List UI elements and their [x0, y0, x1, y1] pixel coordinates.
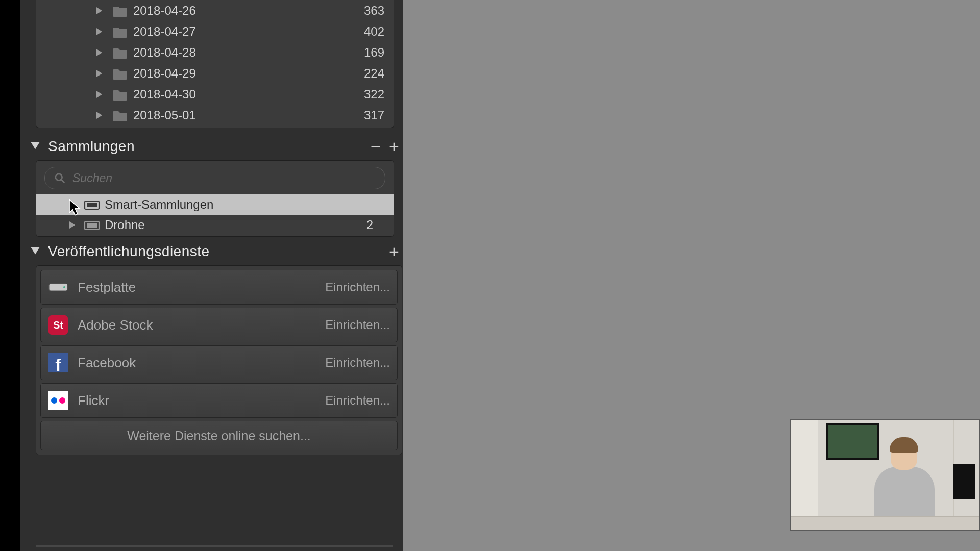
publish-service-row[interactable]: FlickrEinrichten... — [40, 383, 398, 418]
folder-count-label: 224 — [364, 66, 384, 81]
disclosure-triangle-icon[interactable] — [92, 91, 108, 98]
library-left-panel: 2018-04-263632018-04-274022018-04-281692… — [20, 0, 403, 551]
collection-name-label: Drohne — [105, 218, 366, 232]
svg-rect-14 — [87, 223, 97, 228]
disclosure-triangle-icon[interactable] — [67, 221, 79, 229]
panel-bottom-separator — [36, 545, 393, 547]
folder-count-label: 322 — [364, 87, 384, 102]
service-name-label: Facebook — [78, 355, 325, 371]
publish-service-row[interactable]: fFacebookEinrichten... — [40, 345, 398, 380]
folder-row[interactable]: 2018-04-29224 — [36, 63, 394, 84]
folder-row[interactable]: 2018-04-28169 — [36, 42, 394, 63]
svg-marker-2 — [96, 49, 102, 56]
hdd-icon — [48, 277, 68, 297]
svg-marker-15 — [31, 247, 40, 254]
disclosure-triangle-icon[interactable] — [92, 28, 108, 35]
publish-services-plus-button[interactable]: + — [385, 241, 403, 262]
facebook-icon: f — [48, 353, 68, 373]
collections-list: Smart-SammlungenDrohne2 — [36, 194, 394, 235]
folder-name-label: 2018-04-26 — [133, 4, 364, 18]
disclosure-triangle-icon[interactable] — [92, 70, 108, 77]
collections-search-field[interactable] — [44, 167, 385, 189]
publish-services-panel-body: FestplatteEinrichten...StAdobe StockEinr… — [36, 265, 402, 455]
collections-plus-button[interactable]: + — [385, 136, 403, 157]
find-more-services-button[interactable]: Weitere Dienste online suchen... — [40, 421, 398, 450]
adobestock-icon: St — [48, 315, 68, 335]
folder-count-label: 402 — [364, 24, 384, 39]
service-name-label: Flickr — [78, 393, 325, 409]
svg-line-8 — [61, 180, 64, 183]
folder-icon — [113, 46, 128, 59]
search-input[interactable] — [71, 171, 376, 186]
disclosure-triangle-icon[interactable] — [30, 141, 41, 152]
folder-icon — [113, 109, 128, 121]
publish-service-row[interactable]: StAdobe StockEinrichten... — [40, 308, 398, 342]
folder-name-label: 2018-04-30 — [133, 87, 364, 102]
collections-section: Sammlungen − + Smart-SammlungenDrohne2 — [20, 133, 403, 237]
svg-marker-4 — [96, 91, 102, 98]
svg-rect-11 — [87, 203, 97, 207]
folder-name-label: 2018-04-29 — [133, 66, 364, 81]
collections-header-label: Sammlungen — [48, 138, 366, 155]
collection-row[interactable]: Smart-Sammlungen — [36, 194, 394, 215]
service-setup-link[interactable]: Einrichten... — [325, 356, 390, 370]
publish-services-header[interactable]: Veröffentlichungsdienste + — [20, 238, 403, 265]
webcam-overlay — [790, 419, 980, 531]
folder-icon — [113, 5, 128, 17]
svg-marker-1 — [96, 28, 102, 35]
folder-count-label: 317 — [364, 108, 384, 122]
collection-row[interactable]: Drohne2 — [36, 215, 394, 235]
folder-count-label: 363 — [364, 4, 384, 18]
folder-name-label: 2018-04-28 — [133, 45, 364, 60]
folder-row[interactable]: 2018-04-30322 — [36, 84, 394, 105]
publish-service-row[interactable]: FestplatteEinrichten... — [40, 270, 398, 305]
collection-name-label: Smart-Sammlungen — [105, 197, 373, 212]
window-left-edge — [0, 0, 20, 551]
svg-point-17 — [63, 286, 65, 288]
folder-icon — [113, 88, 128, 101]
folder-icon — [113, 67, 128, 80]
disclosure-triangle-icon[interactable] — [92, 49, 108, 56]
svg-marker-0 — [96, 7, 102, 14]
service-name-label: Festplatte — [78, 280, 325, 295]
folder-name-label: 2018-05-01 — [133, 108, 364, 122]
folder-icon — [113, 26, 128, 38]
disclosure-triangle-icon[interactable] — [30, 246, 41, 257]
folder-row[interactable]: 2018-04-26363 — [36, 0, 394, 21]
smart-collection-icon — [84, 199, 100, 210]
publish-services-header-label: Veröffentlichungsdienste — [48, 243, 385, 260]
collections-header[interactable]: Sammlungen − + — [20, 133, 403, 160]
folders-panel-body: 2018-04-263632018-04-274022018-04-281692… — [36, 0, 394, 128]
service-name-label: Adobe Stock — [78, 317, 325, 333]
service-setup-link[interactable]: Einrichten... — [325, 280, 390, 294]
disclosure-triangle-icon[interactable] — [92, 7, 108, 14]
search-icon — [54, 172, 65, 184]
svg-marker-3 — [96, 70, 102, 77]
folder-row[interactable]: 2018-04-27402 — [36, 21, 394, 42]
svg-point-7 — [56, 174, 62, 181]
folder-name-label: 2018-04-27 — [133, 24, 364, 39]
svg-marker-5 — [96, 112, 102, 119]
disclosure-triangle-icon[interactable] — [92, 112, 108, 119]
service-setup-link[interactable]: Einrichten... — [325, 393, 390, 408]
disclosure-triangle-icon[interactable] — [67, 201, 79, 208]
folder-count-label: 169 — [364, 45, 384, 60]
collection-set-icon — [84, 219, 100, 231]
publish-services-section: Veröffentlichungsdienste + FestplatteEin… — [20, 238, 403, 455]
svg-marker-12 — [69, 221, 75, 229]
collection-count-label: 2 — [366, 218, 373, 232]
service-setup-link[interactable]: Einrichten... — [325, 318, 390, 332]
svg-marker-6 — [31, 142, 40, 149]
svg-marker-9 — [69, 201, 75, 208]
flickr-icon — [48, 390, 68, 411]
collections-panel-body: Smart-SammlungenDrohne2 — [36, 160, 394, 237]
collections-minus-button[interactable]: − — [366, 136, 385, 157]
folder-row[interactable]: 2018-05-01317 — [36, 105, 394, 126]
